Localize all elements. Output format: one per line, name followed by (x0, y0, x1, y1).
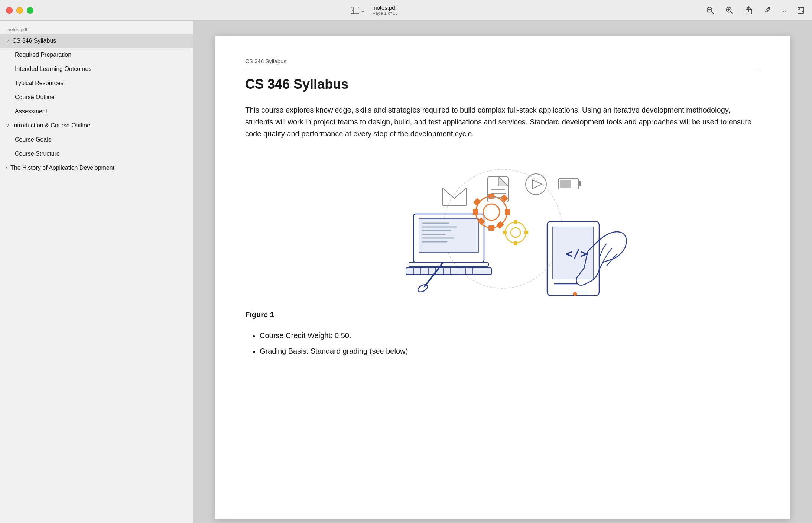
svg-line-14 (769, 7, 770, 9)
svg-marker-64 (532, 180, 542, 189)
sidebar-icon (351, 7, 359, 14)
svg-rect-44 (500, 194, 508, 202)
svg-point-38 (483, 204, 500, 220)
svg-rect-42 (505, 209, 510, 215)
pdf-figure-container: </> (245, 155, 760, 296)
close-button[interactable] (6, 7, 13, 14)
sidebar: notes.pdf ∨ CS 346 Syllabus Required Pre… (0, 21, 193, 523)
sidebar-item-label: The History of Application Development (10, 165, 114, 171)
sidebar-item-course-outline[interactable]: Course Outline (0, 90, 193, 104)
sidebar-item-intro-course-outline[interactable]: ∨ Introduction & Course Outline (0, 118, 193, 133)
window-title: notes.pdf (374, 4, 397, 11)
sidebar-item-assessment[interactable]: Assessment (0, 104, 193, 118)
sidebar-item-label: Course Structure (15, 150, 60, 157)
sidebar-item-label: Required Preparation (15, 52, 71, 58)
svg-point-47 (505, 222, 526, 243)
svg-rect-40 (488, 225, 494, 231)
sidebar-item-label: Typical Resources (15, 80, 64, 87)
pdf-area[interactable]: CS 346 Syllabus CS 346 Syllabus This cou… (193, 21, 812, 523)
pdf-page: CS 346 Syllabus CS 346 Syllabus This cou… (215, 36, 790, 519)
svg-point-63 (526, 174, 546, 195)
sidebar-item-history-app-dev[interactable]: › The History of Application Development (0, 161, 193, 175)
sidebar-item-required-preparation[interactable]: Required Preparation (0, 48, 193, 62)
svg-rect-39 (488, 194, 494, 199)
svg-rect-51 (503, 231, 507, 234)
fullscreen-button[interactable] (27, 7, 33, 14)
sidebar-item-intended-learning-outcomes[interactable]: Intended Learning Outcomes (0, 62, 193, 76)
breadcrumb: CS 346 Syllabus (245, 58, 760, 69)
traffic-lights (6, 7, 33, 14)
crop-button[interactable] (796, 5, 806, 16)
sidebar-item-label: Introduction & Course Outline (12, 122, 90, 129)
svg-line-9 (731, 12, 733, 14)
sidebar-item-course-goals[interactable]: Course Goals (0, 133, 193, 147)
page-info: Page 1 of 18 (373, 11, 398, 16)
sidebar-toggle-chevron: ⌄ (361, 7, 365, 13)
list-item: Grading Basis: Standard grading (see bel… (253, 344, 760, 359)
pdf-main-title: CS 346 Syllabus (245, 77, 760, 92)
chevron-down-icon: ∨ (6, 38, 9, 43)
svg-rect-67 (560, 180, 571, 188)
sidebar-item-label: Assessment (15, 108, 47, 115)
title-info: notes.pdf Page 1 of 18 (373, 4, 398, 16)
svg-line-6 (711, 12, 714, 14)
sidebar-item-label: Course Goals (15, 136, 51, 143)
titlebar: ⌄ notes.pdf Page 1 of 18 (0, 0, 812, 21)
main-layout: notes.pdf ∨ CS 346 Syllabus Required Pre… (0, 21, 812, 523)
chevron-down-icon: ∨ (6, 123, 9, 128)
sidebar-item-course-structure[interactable]: Course Structure (0, 147, 193, 161)
sidebar-item-label: CS 346 Syllabus (12, 38, 56, 44)
svg-rect-50 (514, 241, 517, 245)
svg-text:</>: </> (566, 247, 587, 261)
toolbar-right: ⌄ (705, 5, 806, 16)
svg-rect-52 (524, 231, 528, 234)
svg-point-58 (573, 292, 577, 296)
chevron-right-icon: › (6, 165, 7, 170)
zoom-out-button[interactable] (705, 5, 715, 16)
svg-rect-41 (473, 209, 478, 215)
sidebar-toggle-button[interactable]: ⌄ (348, 6, 368, 15)
svg-rect-26 (406, 268, 491, 275)
annotate-button[interactable] (763, 5, 773, 16)
zoom-in-button[interactable] (724, 5, 735, 16)
svg-rect-49 (514, 220, 517, 224)
svg-point-48 (511, 228, 520, 237)
share-button[interactable] (744, 5, 754, 16)
sidebar-item-label: Intended Learning Outcomes (15, 66, 91, 72)
svg-rect-15 (798, 7, 804, 13)
svg-rect-43 (473, 198, 481, 206)
list-item: Course Credit Weight: 0.50. (253, 328, 760, 344)
sidebar-item-label: Course Outline (15, 94, 55, 101)
svg-rect-66 (579, 181, 581, 186)
sidebar-item-typical-resources[interactable]: Typical Resources (0, 76, 193, 90)
minimize-button[interactable] (16, 7, 23, 14)
pdf-list: Course Credit Weight: 0.50. Grading Basi… (245, 328, 760, 359)
title-center: ⌄ notes.pdf Page 1 of 18 (41, 4, 705, 16)
sidebar-item-cs346-syllabus[interactable]: ∨ CS 346 Syllabus (0, 34, 193, 48)
pdf-body-text: This course explores knowledge, skills a… (245, 104, 760, 140)
svg-rect-25 (409, 262, 488, 267)
annotate-chevron[interactable]: ⌄ (782, 7, 787, 13)
course-illustration: </> (376, 155, 629, 296)
sidebar-filename: notes.pdf (0, 24, 193, 34)
figure-caption: Figure 1 (245, 311, 760, 319)
